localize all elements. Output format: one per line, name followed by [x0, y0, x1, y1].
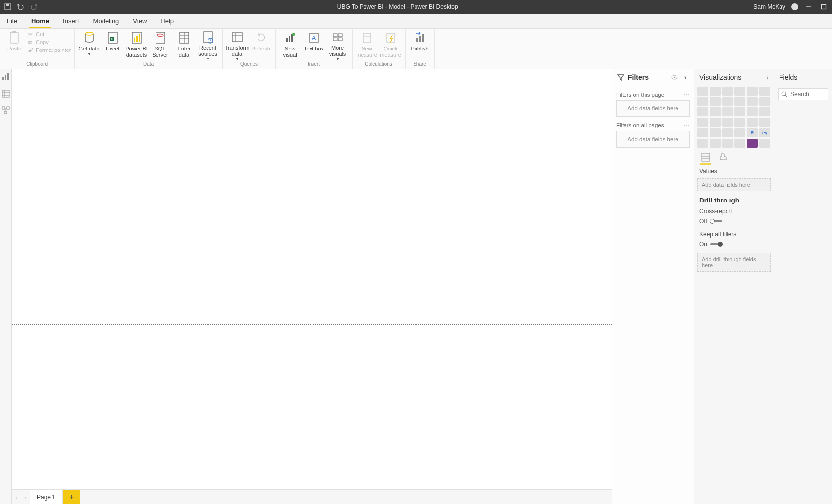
svg-rect-31 — [333, 34, 337, 37]
svg-rect-5 — [12, 31, 16, 33]
viz-ribbon-icon[interactable] — [759, 97, 770, 106]
svg-rect-43 — [7, 73, 9, 80]
svg-rect-13 — [139, 34, 140, 42]
svg-rect-11 — [134, 38, 135, 42]
viz-filled-map-icon[interactable] — [710, 118, 721, 127]
page-next-icon[interactable]: › — [21, 490, 30, 504]
fields-tab-icon[interactable] — [700, 152, 711, 163]
more-visuals-button[interactable]: More visuals▾ — [326, 30, 349, 61]
new-measure-icon — [360, 31, 374, 45]
svg-rect-44 — [2, 90, 9, 97]
tab-file[interactable]: File — [0, 14, 24, 28]
svg-rect-4 — [10, 32, 18, 43]
viz-qna-icon[interactable] — [722, 139, 733, 148]
viz-shape-map-icon[interactable] — [722, 118, 733, 127]
excel-button[interactable]: XExcel — [102, 30, 124, 61]
new-visual-button[interactable]: New visual — [279, 30, 302, 61]
add-page-button[interactable]: + — [63, 490, 80, 504]
visualizations-pane: Visualizations › — [694, 69, 774, 504]
text-box-icon: A — [307, 31, 321, 45]
viz-pie-icon[interactable] — [734, 107, 745, 116]
viz-key-influencers-icon[interactable] — [697, 139, 708, 148]
tab-view[interactable]: View — [126, 14, 154, 28]
viz-stacked-column-icon[interactable] — [710, 87, 721, 96]
viz-100-bar-icon[interactable] — [747, 87, 758, 96]
fields-header: Fields — [774, 69, 832, 85]
format-tab-icon[interactable] — [717, 152, 728, 163]
values-dropzone[interactable]: Add data fields here — [697, 178, 771, 191]
viz-stacked-area-icon[interactable] — [722, 97, 733, 106]
undo-icon[interactable] — [17, 3, 25, 11]
viz-line-icon[interactable] — [697, 97, 708, 106]
filters-page-dropzone[interactable]: Add data fields here — [616, 100, 690, 117]
tab-home[interactable]: Home — [24, 14, 56, 28]
viz-multi-card-icon[interactable] — [759, 118, 770, 127]
filters-pane: Filters › Filters on this page⋯ Add data… — [612, 69, 694, 504]
maximize-icon[interactable] — [819, 2, 828, 11]
get-data-button[interactable]: Get data▾ — [78, 30, 101, 61]
eye-icon[interactable] — [671, 74, 678, 81]
page-tab-1[interactable]: Page 1 — [30, 490, 63, 504]
viz-funnel-icon[interactable] — [710, 107, 721, 116]
more-icon[interactable]: ⋯ — [684, 91, 690, 98]
tab-modeling[interactable]: Modeling — [86, 14, 126, 28]
filters-allpages-dropzone[interactable]: Add data fields here — [616, 131, 690, 148]
viz-card-icon[interactable] — [747, 118, 758, 127]
viz-decomposition-icon[interactable] — [710, 139, 721, 148]
fields-search[interactable] — [778, 88, 828, 100]
avatar-icon[interactable] — [791, 3, 798, 10]
collapse-viz-icon[interactable]: › — [766, 73, 769, 81]
viz-donut-icon[interactable] — [747, 107, 758, 116]
cross-report-toggle[interactable]: Off — [694, 217, 774, 229]
title-bar: UBG To Power BI - Model - Power BI Deskt… — [0, 0, 832, 14]
viz-scatter-icon[interactable] — [722, 107, 733, 116]
viz-py-icon[interactable]: Py — [759, 128, 770, 137]
viz-arcgis-icon[interactable] — [734, 139, 745, 148]
viz-line-clustered-icon[interactable] — [747, 97, 758, 106]
sql-server-button[interactable]: SQL Server — [149, 30, 172, 61]
text-box-button[interactable]: AText box — [303, 30, 325, 61]
report-canvas[interactable] — [12, 69, 612, 489]
viz-gauge-icon[interactable] — [734, 118, 745, 127]
viz-waterfall-icon[interactable] — [697, 107, 708, 116]
viz-more-icon[interactable]: ⋯ — [759, 139, 770, 148]
viz-area-icon[interactable] — [710, 97, 721, 106]
transform-data-button[interactable]: Transform data▾ — [226, 30, 249, 61]
enter-data-button[interactable]: Enter data — [173, 30, 196, 61]
tab-help[interactable]: Help — [154, 14, 181, 28]
viz-kpi-icon[interactable] — [697, 128, 708, 137]
viz-powerapps-icon[interactable] — [747, 139, 758, 148]
collapse-filters-icon[interactable]: › — [682, 74, 689, 81]
publish-button[interactable]: Publish — [409, 30, 431, 61]
viz-treemap-icon[interactable] — [759, 107, 770, 116]
viz-title: Visualizations — [699, 73, 741, 81]
viz-slicer-icon[interactable] — [710, 128, 721, 137]
more-icon[interactable]: ⋯ — [684, 122, 690, 129]
recent-sources-button[interactable]: Recent sources▾ — [197, 30, 219, 61]
page-prev-icon[interactable]: ‹ — [12, 490, 21, 504]
minimize-icon[interactable] — [804, 2, 813, 11]
report-view-icon[interactable] — [1, 72, 10, 81]
model-view-icon[interactable] — [1, 106, 10, 115]
more-visuals-icon — [331, 31, 345, 44]
viz-r-icon[interactable]: R — [747, 128, 758, 137]
tab-insert[interactable]: Insert — [56, 14, 86, 28]
viz-map-icon[interactable] — [697, 118, 708, 127]
search-input[interactable] — [790, 91, 825, 98]
viz-stacked-bar-icon[interactable] — [697, 87, 708, 96]
viz-line-column-icon[interactable] — [734, 97, 745, 106]
viz-matrix-icon[interactable] — [734, 128, 745, 137]
filters-all-pages-label: Filters on all pages⋯ — [616, 122, 690, 129]
viz-100-column-icon[interactable] — [759, 87, 770, 96]
svg-rect-48 — [2, 107, 5, 109]
viz-table-icon[interactable] — [722, 128, 733, 137]
pbi-datasets-button[interactable]: Power BI datasets — [125, 30, 148, 61]
redo-icon[interactable] — [30, 3, 38, 11]
drill-through-dropzone[interactable]: Add drill-through fields here — [697, 253, 771, 272]
save-icon[interactable] — [4, 3, 12, 11]
viz-clustered-bar-icon[interactable] — [722, 87, 733, 96]
data-view-icon[interactable] — [1, 89, 10, 98]
keep-all-filters-toggle[interactable]: On — [694, 240, 774, 252]
cross-report-label: Cross-report — [694, 206, 774, 217]
viz-clustered-column-icon[interactable] — [734, 87, 745, 96]
